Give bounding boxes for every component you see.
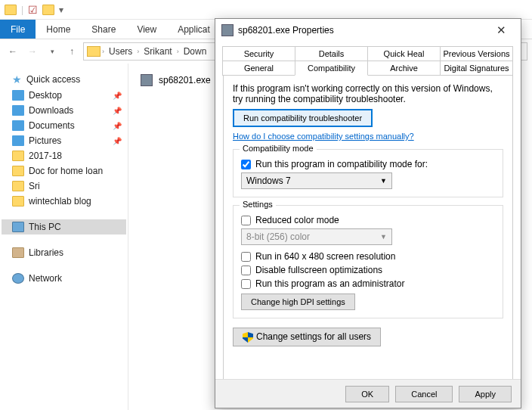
tree-label: Quick access	[26, 74, 80, 85]
tab-application[interactable]: Applicat	[167, 20, 221, 39]
cancel-button[interactable]: Cancel	[395, 386, 453, 402]
tree-sri[interactable]: Sri	[2, 179, 126, 194]
back-button[interactable]: ←	[5, 43, 21, 60]
close-button[interactable]: ✕	[487, 23, 515, 37]
run-as-admin-checkbox[interactable]: Run this program as an administrator	[241, 278, 495, 289]
tree-desktop[interactable]: Desktop📌	[2, 88, 126, 103]
compatibility-mode-group: Compatibility mode Run this program in c…	[233, 149, 503, 197]
chevron-right-icon[interactable]: ›	[102, 48, 104, 55]
chevron-down-icon: ▼	[380, 233, 387, 241]
tab-previous-versions[interactable]: Previous Versions	[440, 46, 513, 61]
tab-compatibility[interactable]: Compatibility	[295, 61, 368, 76]
tree-quick-access[interactable]: ★Quick access	[2, 71, 126, 88]
chevron-right-icon[interactable]: ›	[137, 48, 139, 55]
dialog-title: sp68201.exe Properties	[238, 25, 487, 36]
change-dpi-button[interactable]: Change high DPI settings	[241, 294, 355, 310]
folder-icon	[12, 166, 24, 176]
tree-label: 2017-18	[29, 151, 62, 161]
folder-icon	[12, 151, 24, 161]
compatibility-pane: If this program isn't working correctly …	[223, 75, 513, 387]
forward-button: →	[24, 43, 41, 60]
nav-tree: ★Quick access Desktop📌 Downloads📌 Docume…	[0, 64, 128, 410]
group-legend: Settings	[240, 200, 276, 209]
dialog-footer: OK Cancel Apply	[215, 379, 521, 408]
settings-group: Settings Reduced color mode 8-bit (256) …	[233, 205, 503, 318]
checkbox-icon[interactable]: ☑	[28, 4, 38, 16]
crumb-users[interactable]: Users	[106, 46, 135, 57]
folder-icon	[12, 181, 24, 191]
tab-share[interactable]: Share	[81, 20, 126, 39]
qat-dropdown[interactable]: ▾	[59, 5, 63, 15]
dialog-titlebar[interactable]: sp68201.exe Properties ✕	[215, 19, 521, 42]
tree-doc-loan[interactable]: Doc for home loan	[2, 163, 126, 179]
checkbox-input[interactable]	[241, 279, 251, 289]
crumb-down[interactable]: Down	[181, 46, 210, 57]
tab-view[interactable]: View	[126, 20, 167, 39]
divider: |	[21, 5, 23, 15]
tab-file[interactable]: File	[0, 20, 36, 39]
desktop-icon	[12, 90, 24, 101]
shield-icon	[243, 332, 253, 343]
chevron-right-icon[interactable]: ›	[177, 48, 179, 55]
tree-pictures[interactable]: Pictures📌	[2, 133, 126, 148]
folder-icon[interactable]	[42, 5, 54, 15]
network-icon	[12, 273, 24, 284]
downloads-icon	[12, 105, 24, 116]
tree-label: Libraries	[29, 247, 63, 258]
run-640-checkbox[interactable]: Run in 640 x 480 screen resolution	[241, 251, 495, 262]
tree-label: This PC	[29, 222, 61, 232]
quick-access-toolbar: | ☑ ▾	[0, 0, 532, 20]
pictures-icon	[12, 135, 24, 146]
tab-digital-signatures[interactable]: Digital Signatures	[440, 61, 513, 76]
compat-mode-select[interactable]: Windows 7▼	[241, 172, 392, 189]
pin-icon: 📌	[113, 107, 122, 115]
tab-security[interactable]: Security	[222, 46, 295, 61]
tab-details[interactable]: Details	[295, 46, 368, 61]
tab-general[interactable]: General	[222, 61, 295, 76]
properties-dialog: sp68201.exe Properties ✕ Security Detail…	[215, 18, 521, 408]
tree-documents[interactable]: Documents📌	[2, 118, 126, 133]
apply-button[interactable]: Apply	[459, 386, 512, 402]
pin-icon: 📌	[113, 92, 122, 100]
exe-icon	[141, 74, 153, 86]
chevron-down-icon: ▼	[380, 177, 387, 185]
run-troubleshooter-button[interactable]: Run compatibility troubleshooter	[233, 109, 373, 127]
description-text: If this program isn't working correctly …	[233, 83, 503, 104]
up-button[interactable]: ↑	[63, 43, 80, 60]
folder-icon	[5, 5, 17, 15]
group-legend: Compatibility mode	[240, 144, 317, 153]
disable-fullscreen-checkbox[interactable]: Disable fullscreen optimizations	[241, 265, 495, 275]
exe-icon	[221, 24, 234, 36]
documents-icon	[12, 120, 24, 131]
compat-mode-checkbox[interactable]: Run this program in compatibility mode f…	[241, 159, 495, 169]
tab-quickheal[interactable]: Quick Heal	[367, 46, 441, 61]
tree-label: Sri	[29, 181, 40, 191]
file-name: sp68201.exe	[159, 75, 211, 85]
tree-this-pc[interactable]: This PC	[2, 219, 126, 235]
crumb-srikant[interactable]: Srikant	[141, 46, 175, 57]
tree-network[interactable]: Network	[2, 271, 126, 286]
pin-icon: 📌	[113, 137, 122, 145]
libraries-icon	[12, 247, 24, 258]
tree-libraries[interactable]: Libraries	[2, 245, 126, 260]
checkbox-input[interactable]	[241, 216, 251, 225]
reduced-color-checkbox[interactable]: Reduced color mode	[241, 215, 495, 225]
tab-archive[interactable]: Archive	[367, 61, 441, 76]
checkbox-input[interactable]	[241, 252, 251, 262]
manual-settings-link[interactable]: How do I choose compatibility settings m…	[233, 132, 414, 141]
folder-icon	[12, 196, 24, 207]
checkbox-input[interactable]	[241, 266, 251, 275]
tab-home[interactable]: Home	[36, 20, 81, 39]
tree-label: Downloads	[29, 105, 73, 116]
tree-wintechlab[interactable]: wintechlab blog	[2, 194, 126, 209]
tree-label: Documents	[29, 120, 75, 131]
ok-button[interactable]: OK	[345, 386, 389, 402]
recent-dropdown[interactable]: ▾	[44, 43, 60, 60]
tree-2017-18[interactable]: 2017-18	[2, 148, 126, 163]
tree-downloads[interactable]: Downloads📌	[2, 103, 126, 118]
tree-label: wintechlab blog	[29, 196, 91, 207]
tree-label: Pictures	[29, 135, 61, 146]
checkbox-input[interactable]	[241, 160, 251, 169]
tree-label: Network	[29, 273, 62, 284]
change-all-users-button[interactable]: Change settings for all users	[233, 328, 381, 346]
